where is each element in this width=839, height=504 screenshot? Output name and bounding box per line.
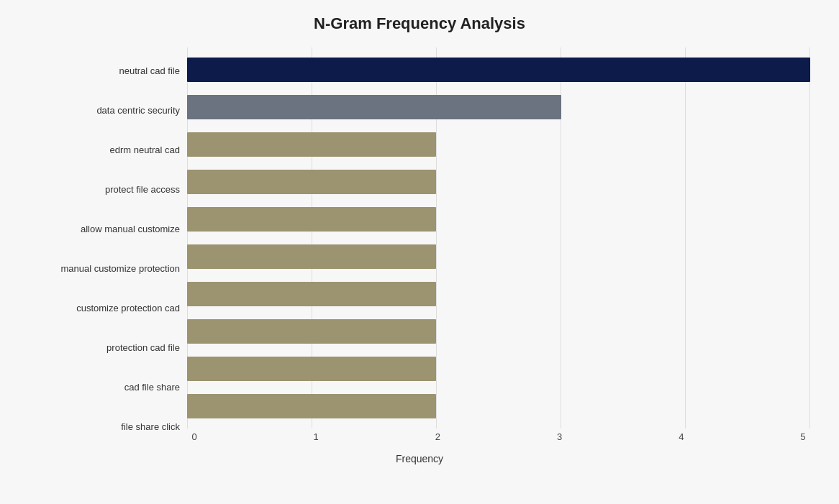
- bar: [187, 282, 436, 306]
- x-axis-labels: 012345: [187, 429, 810, 450]
- y-label: edrm neutral cad: [109, 145, 180, 156]
- bar-row: [187, 129, 810, 160]
- y-label: data centric security: [96, 105, 180, 116]
- bar-row: [187, 91, 810, 123]
- chart-area: neutral cad filedata centric securityedr…: [29, 47, 810, 464]
- y-label: protection cad file: [106, 342, 180, 354]
- x-tick-label: 1: [309, 431, 323, 442]
- chart-title: N-Gram Frequency Analysis: [29, 14, 810, 33]
- chart-container: N-Gram Frequency Analysis neutral cad fi…: [0, 0, 839, 504]
- x-tick-label: 5: [796, 431, 810, 442]
- bars-list: [187, 47, 810, 429]
- x-tick-label: 2: [430, 431, 445, 442]
- y-label: protect file access: [105, 184, 180, 196]
- bars-section: neutral cad filedata centric securityedr…: [29, 47, 810, 450]
- x-axis-title: Frequency: [29, 453, 810, 464]
- bar-row: [187, 353, 810, 385]
- x-tick-label: 4: [674, 431, 689, 442]
- bar-row: [187, 241, 810, 272]
- y-label: allow manual customize: [81, 224, 180, 235]
- y-label: cad file share: [124, 382, 180, 393]
- bar-row: [187, 54, 810, 86]
- bar: [187, 132, 436, 157]
- bar-row: [187, 278, 810, 310]
- y-label: customize protection cad: [76, 303, 180, 314]
- bar-row: [187, 203, 810, 235]
- y-labels: neutral cad filedata centric securityedr…: [29, 47, 187, 450]
- x-tick-label: 0: [187, 431, 201, 442]
- bar: [187, 170, 436, 194]
- bars-and-grid: 012345: [187, 47, 810, 450]
- bar-row: [187, 390, 810, 422]
- bar: [187, 244, 436, 269]
- bar: [187, 357, 436, 381]
- y-label: manual customize protection: [61, 263, 180, 275]
- y-label: neutral cad file: [119, 65, 180, 77]
- y-label: file share click: [121, 421, 180, 433]
- bar: [187, 207, 436, 232]
- bar: [187, 394, 436, 418]
- bar: [187, 319, 436, 344]
- bar-row: [187, 316, 810, 347]
- bar-row: [187, 166, 810, 198]
- bar: [187, 58, 810, 82]
- bar: [187, 95, 561, 119]
- x-tick-label: 3: [553, 431, 567, 442]
